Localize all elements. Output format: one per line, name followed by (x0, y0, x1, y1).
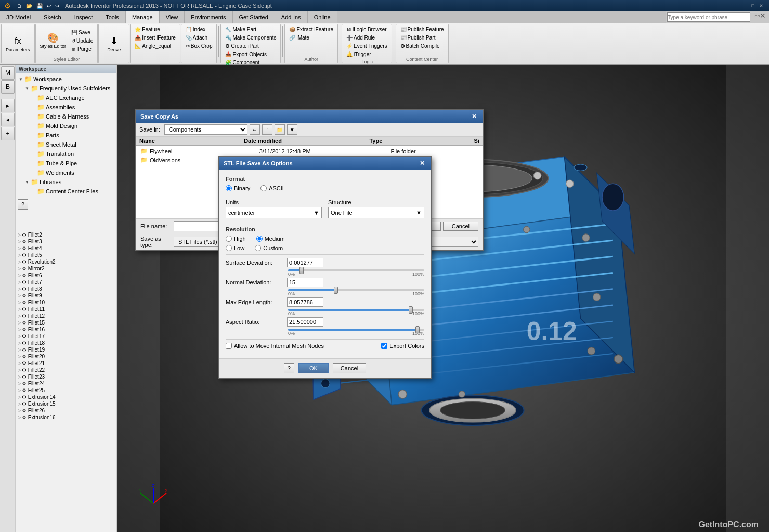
tab-manage[interactable]: Manage (126, 11, 160, 23)
feature-fillet12[interactable]: ▷⚙ Fillet12 (16, 313, 116, 319)
ilogic-browser-button[interactable]: 🖥 iLogic Browser (344, 25, 389, 33)
tab-3dmodel[interactable]: 3D Model (0, 11, 37, 23)
itrigger-button[interactable]: 🔔 iTrigger (344, 50, 373, 58)
create-ipart-button[interactable]: ⚙ Create iPart (223, 42, 260, 50)
redo-btn[interactable]: ↪ (54, 3, 61, 9)
feature-fillet5[interactable]: ▷⚙ Fillet5 (16, 252, 116, 258)
add-rule-button[interactable]: ➕ Add Rule (344, 34, 377, 42)
tree-parts[interactable]: 📁 Parts (29, 131, 115, 140)
tree-cable[interactable]: 📁 Cable & Harness (29, 112, 115, 121)
attach-button[interactable]: 📎 Attach (184, 34, 210, 42)
feature-extrusion14[interactable]: ▷⚙ Extrusion14 (16, 394, 116, 400)
styles-editor-button[interactable]: 🎨 Styles Editor (38, 30, 69, 51)
extract-ifeature-button[interactable]: 📦 Extract iFeature (287, 25, 335, 33)
search-input[interactable] (667, 12, 750, 22)
publish-feature-button[interactable]: 📰 Publish Feature (398, 25, 446, 33)
undo-btn[interactable]: ↩ (45, 3, 53, 9)
export-objects-button[interactable]: 📤 Export Objects (223, 50, 269, 58)
tab-getstarted[interactable]: Get Started (233, 11, 275, 23)
model-tab-btn[interactable]: M (1, 66, 15, 80)
feature-fillet25[interactable]: ▷⚙ Fillet25 (16, 387, 116, 394)
browser-btn[interactable]: B (1, 80, 15, 94)
tree-frequently-used[interactable]: ▼ 📁 Frequently Used Subfolders (23, 84, 115, 93)
max-edge-input[interactable] (287, 297, 323, 307)
allow-move-checkbox[interactable] (226, 343, 232, 349)
export-colors-checkbox[interactable] (381, 343, 387, 349)
aspect-slider-thumb[interactable] (415, 326, 420, 333)
save-qat-btn[interactable]: 💾 (35, 3, 44, 9)
save-in-combo[interactable]: Components (164, 124, 247, 135)
tab-sketch[interactable]: Sketch (37, 11, 68, 23)
make-part-button[interactable]: 🔧 Make Part (223, 25, 258, 33)
stl-help-btn[interactable]: ? (284, 363, 294, 373)
feature-fillet20[interactable]: ▷⚙ Fillet20 (16, 353, 116, 360)
feature-fillet11[interactable]: ▷⚙ Fillet11 (16, 306, 116, 313)
feature-extrusion16[interactable]: ▷⚙ Extrusion16 (16, 414, 116, 421)
insert-ifeature-button[interactable]: 📥 Insert iFeature (133, 34, 177, 42)
high-radio-label[interactable]: High (226, 236, 246, 242)
feature-fillet7[interactable]: ▷⚙ Fillet7 (16, 279, 116, 286)
allow-move-label[interactable]: Allow to Move Internal Mesh Nodes (226, 343, 377, 349)
feature-fillet15[interactable]: ▷⚙ Fillet15 (16, 319, 116, 326)
units-combo[interactable]: centimeter ▼ (226, 207, 322, 218)
surface-deviation-input[interactable] (287, 258, 323, 267)
tab-addins[interactable]: Add-Ins (275, 11, 308, 23)
save-dialog-close-btn[interactable]: ✕ (470, 112, 478, 121)
feature-fillet6[interactable]: ▷⚙ Fillet6 (16, 272, 116, 279)
feature-mirror2[interactable]: ▷⚙ Mirror2 (16, 265, 116, 272)
normal-deviation-input[interactable] (287, 278, 323, 287)
feature-fillet16[interactable]: ▷⚙ Fillet16 (16, 326, 116, 333)
maximize-btn[interactable]: □ (749, 2, 757, 9)
max-edge-slider-thumb[interactable] (409, 306, 413, 314)
nav-back-btn[interactable]: ← (250, 124, 260, 135)
angle-equal-button[interactable]: 📐 Angle_equal (133, 42, 173, 50)
window-controls[interactable]: ─ □ ✕ (741, 2, 765, 9)
feature-fillet26[interactable]: ▷⚙ Fillet26 (16, 407, 116, 414)
purge-button[interactable]: 🗑 Purge (69, 45, 95, 53)
minimize-btn[interactable]: ─ (741, 2, 748, 9)
event-triggers-button[interactable]: ⚡ Event Triggers (344, 42, 389, 50)
make-components-button[interactable]: 🔩 Make Components (223, 34, 278, 42)
tree-content-center[interactable]: 📁 Content Center Files (29, 187, 115, 196)
medium-radio[interactable] (256, 236, 263, 242)
tree-weldments[interactable]: 📁 Weldments (29, 168, 115, 177)
stl-cancel-btn[interactable]: Cancel (333, 363, 366, 373)
tool2-btn[interactable]: ◂ (1, 113, 15, 126)
publish-part-button[interactable]: 📰 Publish Part (398, 34, 438, 42)
stl-dialog-close-btn[interactable]: ✕ (418, 159, 426, 167)
tab-inspect[interactable]: Inspect (68, 11, 99, 23)
feature-fillet24[interactable]: ▷⚙ Fillet24 (16, 380, 116, 387)
feature-fillet8[interactable]: ▷⚙ Fillet8 (16, 286, 116, 292)
update-button[interactable]: ↺ Update (69, 37, 95, 45)
tree-assemblies[interactable]: 📁 Assemblies (29, 102, 115, 112)
feature-fillet18[interactable]: ▷⚙ Fillet18 (16, 340, 116, 346)
save-cancel-btn[interactable]: Cancel (443, 222, 478, 231)
tree-sheet-metal[interactable]: 📁 Sheet Metal (29, 140, 115, 149)
folder-help-btn[interactable]: ? (18, 199, 28, 210)
feature-fillet3[interactable]: ▷⚙ Fillet3 (16, 238, 116, 245)
batch-compile-button[interactable]: ⚙ Batch Compile (398, 42, 442, 50)
low-radio[interactable] (226, 245, 232, 251)
close-btn[interactable]: ✕ (758, 2, 765, 9)
aspect-ratio-input[interactable] (287, 317, 323, 327)
feature-revolution2[interactable]: ▷⚙ Revolution2 (16, 258, 116, 265)
feature-fillet23[interactable]: ▷⚙ Fillet23 (16, 373, 116, 380)
feature-fillet9[interactable]: ▷⚙ Fillet9 (16, 292, 116, 299)
feature-fillet10[interactable]: ▷⚙ Fillet10 (16, 299, 116, 306)
normal-slider-thumb[interactable] (334, 287, 338, 294)
surface-slider-thumb[interactable] (299, 267, 304, 274)
tool1-btn[interactable]: ▸ (1, 99, 15, 112)
tree-libraries[interactable]: ▼ 📁 Libraries (23, 177, 115, 187)
low-radio-label[interactable]: Low (226, 245, 244, 251)
ascii-radio-label[interactable]: ASCII (260, 185, 284, 191)
tab-online[interactable]: Online (308, 11, 337, 23)
feature-extrusion15[interactable]: ▷⚙ Extrusion15 (16, 400, 116, 407)
structure-combo[interactable]: One File ▼ (328, 207, 424, 218)
imate-button[interactable]: 🔗 iMate (287, 34, 311, 42)
new-btn[interactable]: 🗋 (15, 3, 23, 9)
feature-fillet21[interactable]: ▷⚙ Fillet21 (16, 360, 116, 367)
file-item-flywheel[interactable]: 📁 Flywheel 3/11/2012 12:48 PM File folde… (137, 147, 481, 155)
feature-fillet22[interactable]: ▷⚙ Fillet22 (16, 367, 116, 373)
nav-up-btn[interactable]: ↑ (262, 124, 272, 135)
custom-radio[interactable] (255, 245, 261, 251)
